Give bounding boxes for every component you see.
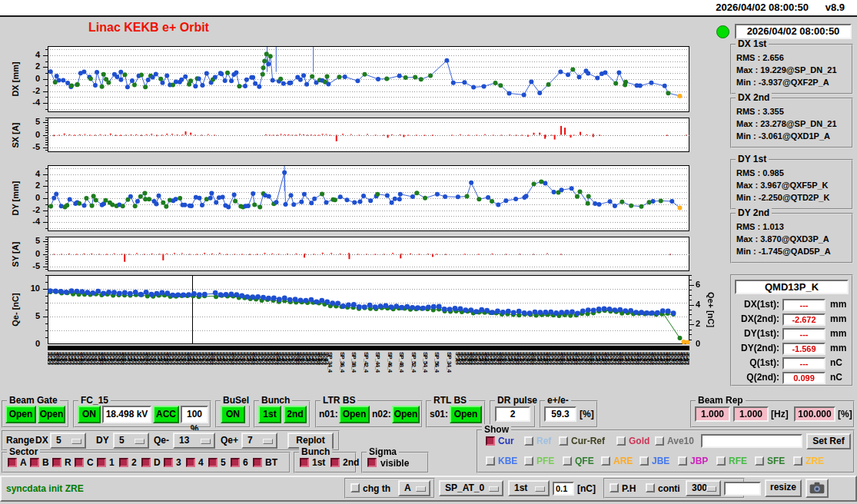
busel-title: BuSel [221,395,251,406]
qmd-row: DY(2nd):-1.569mm [732,343,852,356]
ltr-n01-open-button[interactable]: Open [339,406,370,423]
checkbox-sector-5[interactable] [208,458,218,467]
epe-ratio-value: 59.3 [544,406,576,422]
checkbox-show-cur[interactable] [486,436,495,446]
bpm-label: SP_44_4 [374,352,380,372]
fc15-on-button[interactable]: ON [78,406,101,423]
bunch-2nd-label: 2nd [343,457,359,468]
stats-dx2-max: Max : 23.278@SP_DN_21 [732,116,852,128]
beam-gate-open-button-1[interactable]: Open [5,406,36,423]
y-axis-tick: 0 [20,74,40,83]
sigma-group: Sigma visible [361,452,429,473]
busel-on-button[interactable]: ON [221,406,245,423]
rtl-bs-title: RTL BS [431,395,469,406]
ltr-n02-open-button[interactable]: Open [392,406,420,423]
checkbox-sector-2[interactable] [119,458,128,467]
bpm-label: SP_56_4 [686,352,689,363]
stats-dy2-title: DY 2nd [736,207,772,218]
ltr-n01-label: n01: [319,409,338,419]
checkbox-show-sfe[interactable] [755,456,764,466]
ph-checkbox[interactable] [610,483,619,492]
fc15-acc-button[interactable]: ACC [153,406,179,423]
checkbox-sector-bt[interactable] [253,458,262,467]
qmd-panel: QMD13P_K DX(1st):---mmDX(2nd):-2.672mmDY… [730,274,853,386]
checkbox-show-jbp[interactable] [678,456,687,466]
sector-group: Sector ABRC12D3456BT [2,452,291,473]
ref-name-input[interactable] [701,434,802,448]
bunch-1st-dropdown[interactable]: 1st [508,480,550,496]
extra-input[interactable] [724,482,761,496]
chg-th-checkbox[interactable] [350,483,360,492]
checkbox-sector-r[interactable] [52,458,61,467]
sector-5-label: 5 [221,457,226,468]
bunch-1st-button[interactable]: 1st [258,406,281,423]
interval-dropdown[interactable]: 300 [686,480,721,496]
checkbox-sector-b[interactable] [30,458,39,467]
y-axis-tick: 5 [20,117,40,126]
checkbox-show-ave10[interactable] [655,436,664,446]
checkbox-show-cur-ref[interactable] [559,436,568,446]
camera-button[interactable] [806,479,829,498]
show-kbe-label: KBE [498,456,517,466]
range-qep-dropdown[interactable]: 7 [241,433,277,449]
checkbox-show-zre[interactable] [793,456,802,466]
range-dy-dropdown[interactable]: 5 [113,433,149,449]
fc15-kv-display: 18.498 kV [102,406,151,423]
y-axis-tick: 4 [20,169,40,178]
checkbox-sector-6[interactable] [231,458,240,467]
checkbox-sector-d[interactable] [141,458,151,467]
checkbox-sector-a[interactable] [8,458,17,467]
dr-pulse-title: DR pulse [495,395,540,406]
sector-d-label: D [154,457,161,468]
qmd-row-value: -1.569 [782,343,825,355]
sigma-visible-checkbox[interactable] [367,458,377,467]
set-ref-button[interactable]: Set Ref [806,433,851,449]
resize-button[interactable]: resize [765,479,802,497]
rtl-s01-open-button[interactable]: Open [450,406,482,423]
plot-sy [42,237,694,271]
stats-dx1-title: DX 1st [736,38,769,49]
qmd-row: DX(2nd):-2.672mm [732,313,852,327]
bpm-label-band: SP_34_4SP_36_4SP_38_4SP_42_4SP_44_4SP_46… [48,351,689,393]
checkbox-show-gold[interactable] [616,436,626,446]
checkbox-sector-1[interactable] [97,458,106,467]
threshold-input[interactable] [553,482,574,496]
mode-a-dropdown[interactable]: A [398,480,430,496]
range-qep-label: Qe+ [221,435,238,446]
checkbox-show-pfe[interactable] [524,456,533,466]
qmd-row-value: --- [782,328,825,340]
show-zre-label: ZRE [806,456,824,466]
range-dx-dropdown[interactable]: 5 [50,433,86,449]
checkbox-show-jbe[interactable] [639,456,649,466]
show-title: Show [482,424,511,435]
bunch-2nd-button[interactable]: 2nd [284,406,307,423]
qmd-row-unit: nC [830,357,842,368]
bunch-show-group: Bunch 1st2nd [294,452,357,473]
range-qem-dropdown[interactable]: 13 [173,433,215,449]
rtl-bs-group: RTL BS s01: Open [426,400,486,428]
sp-at-dropdown[interactable]: SP_AT_0 [439,480,503,496]
y-axis-label-dx: DX [mm] [11,61,20,96]
checkbox-show-are[interactable] [601,456,610,466]
checkbox-sector-3[interactable] [164,458,173,467]
y-axis-label-sy: SY [A] [11,241,20,267]
checkbox-show-ref[interactable] [524,436,533,446]
checkbox-sector-c[interactable] [75,458,84,467]
checkbox-show-kbe[interactable] [486,456,495,466]
bpm-label: SP_42_4 [363,352,369,372]
qmd-row-unit: mm [830,343,846,353]
checkbox-bunch-2nd[interactable] [331,458,340,467]
checkbox-show-rfe[interactable] [716,456,726,466]
bpm-label: SP_52_4 [410,352,417,372]
checkbox-sector-4[interactable] [186,458,195,467]
beam-gate-open-button-2[interactable]: Open [38,406,65,423]
range-label: Range [6,435,35,446]
checkbox-bunch-1st[interactable] [300,458,309,467]
qmd-row-label: DY(1st): [744,328,779,339]
conti-checkbox[interactable] [646,483,655,492]
y-axis-tick: -5 [20,142,40,151]
show-jbe-label: JBE [652,456,669,466]
checkbox-show-qfe[interactable] [563,456,572,466]
titlebar-version: v8.9 [825,2,845,13]
y-axis-tick: -4 [20,98,40,107]
